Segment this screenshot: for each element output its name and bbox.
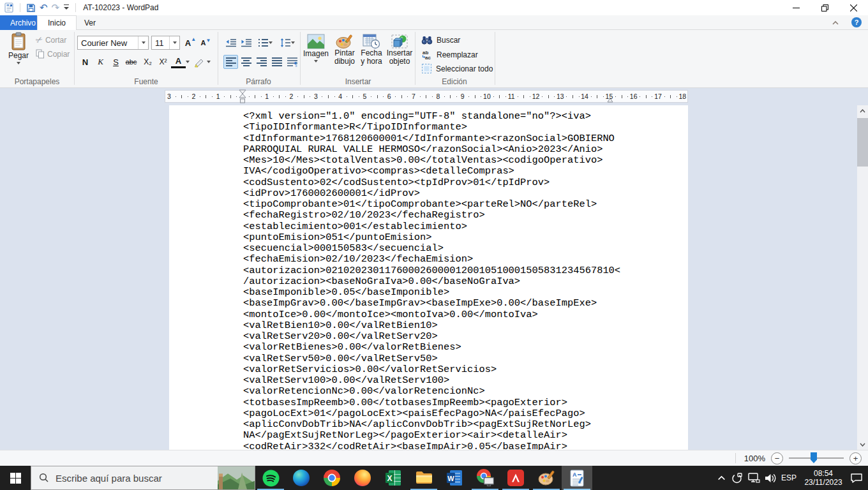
tab-inicio[interactable]: Inicio xyxy=(37,15,77,30)
copy-button[interactable]: Copiar xyxy=(36,49,70,59)
group-label-paragraph: Párrafo xyxy=(220,77,297,86)
insert-image-button[interactable]: Imagen xyxy=(303,34,329,63)
tab-ver[interactable]: Ver xyxy=(74,15,106,30)
search-highlight-image[interactable] xyxy=(218,466,255,489)
highlight-dropdown[interactable] xyxy=(205,55,213,69)
grow-font-button[interactable]: A▲ xyxy=(183,36,198,50)
increase-indent-button[interactable] xyxy=(239,36,253,50)
cast-icon[interactable] xyxy=(731,472,743,484)
zoom-in-button[interactable]: + xyxy=(849,452,862,464)
strikethrough-button[interactable]: abc xyxy=(124,55,138,69)
align-center-button[interactable] xyxy=(239,55,253,69)
clock[interactable]: 08:54 23/11/2023 xyxy=(801,469,846,487)
document-page[interactable]: <?xml version="1.0" encoding="UTF-8" sta… xyxy=(169,105,688,450)
firefox-icon xyxy=(354,470,371,486)
decrease-indent-button[interactable] xyxy=(223,36,238,50)
action-center-icon[interactable] xyxy=(850,472,863,484)
font-size-dropdown[interactable] xyxy=(169,36,179,49)
restore-button[interactable] xyxy=(811,0,839,15)
paint-drawing-icon xyxy=(336,34,354,49)
list-button[interactable] xyxy=(255,36,274,50)
minimize-button[interactable] xyxy=(782,0,811,15)
font-family-combo[interactable]: Courier New xyxy=(77,36,149,50)
divider xyxy=(735,453,736,463)
scroll-up-button[interactable] xyxy=(857,105,868,116)
select-all-button[interactable]: Seleccionar todo xyxy=(421,63,493,74)
cut-button[interactable]: ✂ Cortar xyxy=(36,35,66,45)
find-button[interactable]: Buscar xyxy=(421,35,460,45)
collapse-ribbon-icon[interactable] xyxy=(831,19,840,27)
window-title: AT-102023 - WordPad xyxy=(83,3,158,12)
zoom-out-button[interactable]: − xyxy=(771,452,783,464)
undo-button[interactable]: ↶ xyxy=(40,3,48,12)
taskbar-app-chrome-remote-desktop[interactable] xyxy=(470,466,500,490)
file-explorer-icon xyxy=(415,470,433,486)
taskbar-app-excel[interactable]: X xyxy=(378,466,408,490)
document-area: <?xml version="1.0" encoding="UTF-8" sta… xyxy=(0,105,868,450)
taskbar-app-wordpad[interactable]: A xyxy=(562,466,592,490)
group-label-insert: Insertar xyxy=(301,77,415,86)
justify-button[interactable] xyxy=(269,55,284,69)
divider xyxy=(415,32,415,85)
system-tray: ESP 08:54 23/11/2023 xyxy=(717,466,868,490)
taskbar-app-word[interactable]: W xyxy=(439,466,470,490)
date-time-button[interactable]: Fecha y hora xyxy=(359,34,384,66)
tray-expand-icon[interactable] xyxy=(717,473,726,483)
customize-toolbar-dropdown[interactable] xyxy=(63,4,70,11)
select-all-label: Seleccionar todo xyxy=(436,64,493,73)
bold-button[interactable]: N xyxy=(78,55,93,69)
language-indicator[interactable]: ESP xyxy=(781,473,797,482)
document-text[interactable]: <?xml version="1.0" encoding="UTF-8" sta… xyxy=(243,111,620,450)
align-right-button[interactable] xyxy=(254,55,269,69)
replace-button[interactable]: abac Reemplazar xyxy=(421,49,478,60)
paste-button[interactable]: Pegar xyxy=(4,32,33,64)
paint-drawing-button[interactable]: Pintar dibujo xyxy=(331,34,359,66)
vertical-scrollbar[interactable] xyxy=(857,105,868,450)
chrome-icon xyxy=(324,470,340,486)
start-button[interactable] xyxy=(0,466,31,490)
save-button[interactable] xyxy=(26,3,36,13)
taskbar-app-firefox[interactable] xyxy=(347,466,378,490)
taskbar-search-input[interactable]: Escribe aquí para buscar xyxy=(31,466,255,490)
subscript-button[interactable]: X₂ xyxy=(140,55,155,69)
date-time-label: Fecha y hora xyxy=(359,49,384,66)
help-icon[interactable]: ? xyxy=(851,17,862,27)
scroll-down-button[interactable] xyxy=(857,439,868,450)
svg-text:X: X xyxy=(387,474,392,483)
wordpad-icon: A xyxy=(570,470,584,487)
paragraph-settings-button[interactable]: ¶ xyxy=(285,55,299,69)
redo-button[interactable]: ↷ xyxy=(52,3,60,12)
divider xyxy=(300,32,301,85)
highlighter-icon xyxy=(194,57,205,68)
insert-object-button[interactable]: Insertar objeto xyxy=(385,34,414,66)
divider xyxy=(74,32,75,85)
zoom-slider[interactable] xyxy=(789,452,844,464)
network-icon[interactable] xyxy=(747,472,760,484)
shrink-font-button[interactable]: A▼ xyxy=(198,36,213,50)
group-label-clipboard: Portapapeles xyxy=(4,77,70,86)
taskbar-app-acrobat-reader[interactable] xyxy=(500,466,531,490)
superscript-button[interactable]: X² xyxy=(156,55,170,69)
font-family-dropdown[interactable] xyxy=(138,36,148,49)
tray-date: 23/11/2023 xyxy=(801,478,846,487)
italic-button[interactable]: K xyxy=(93,55,108,69)
indent-marker[interactable] xyxy=(239,89,246,105)
status-bar: 100% − + xyxy=(0,450,868,466)
volume-icon[interactable] xyxy=(765,473,777,484)
insert-object-icon xyxy=(391,34,408,49)
taskbar-app-edge[interactable] xyxy=(286,466,317,490)
zoom-slider-handle[interactable] xyxy=(811,452,817,463)
taskbar-app-spotify[interactable] xyxy=(255,466,286,490)
group-label-font: Fuente xyxy=(75,77,217,86)
taskbar-app-chrome[interactable] xyxy=(317,466,347,490)
align-left-button[interactable] xyxy=(223,55,238,69)
font-size-combo[interactable]: 11 xyxy=(151,36,180,50)
font-color-dropdown[interactable] xyxy=(184,55,191,69)
taskbar-app-file-explorer[interactable] xyxy=(408,466,439,490)
close-button[interactable] xyxy=(839,0,868,15)
line-spacing-button[interactable] xyxy=(277,36,297,50)
underline-button[interactable]: S xyxy=(108,55,123,69)
taskbar-app-paint[interactable] xyxy=(531,466,562,490)
wordpad-app-icon[interactable] xyxy=(4,3,14,13)
scrollbar-thumb[interactable] xyxy=(857,118,868,167)
